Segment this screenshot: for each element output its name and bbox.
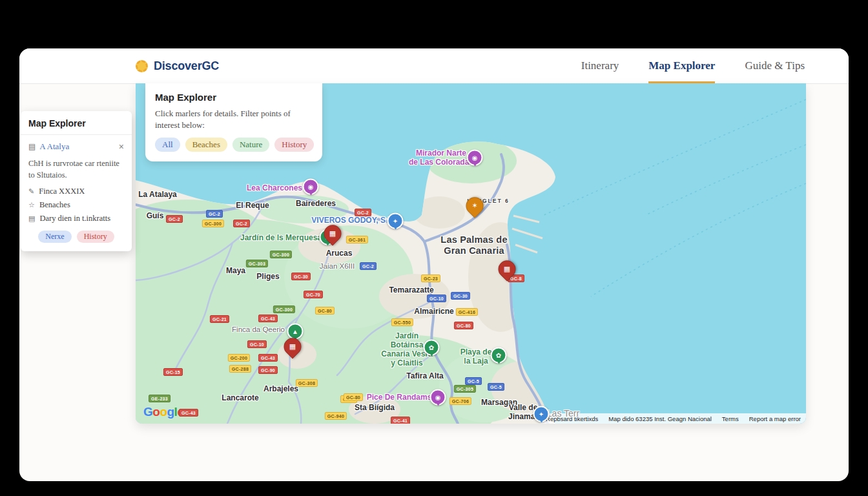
place-details: ✎Finca XXXIX☆Benaches▤Dary dien in t.ink… [28,187,124,223]
place-tags-row: NerxeHistory [28,231,124,243]
beach-marker[interactable]: ✿ [491,347,507,364]
camera-marker[interactable]: ◉ [303,179,319,195]
app-window: DiscoverGC ItineraryMap ExplorerGuide & … [19,48,849,481]
detail-text: Benaches [39,200,70,210]
google-logo-letter: o [160,405,167,418]
map-region[interactable]: Google Repbsard tikertixdsMap dido 63235… [136,83,806,424]
keyboard-shortcuts-button[interactable]: Repbsard tikertixds [541,413,603,424]
place-description: ChH is rurvrotae car rteniite to Sltutai… [28,158,124,181]
attraction-marker[interactable]: ✦ [533,406,550,422]
nav-tab-itinerary[interactable]: Itinerary [581,48,619,83]
info-card-title: Map Explorer [21,111,132,135]
star-icon: ☆ [28,201,35,209]
close-icon[interactable]: × [119,141,124,152]
garden-marker[interactable]: ✿ [424,340,440,356]
filter-chip-beaches[interactable]: Beaches [185,138,227,152]
filter-panel-title: Map Explorer [155,92,313,103]
filter-chip-all[interactable]: All [155,138,180,152]
tag-history: History [77,231,114,243]
filter-chip-nature[interactable]: Nature [232,138,269,152]
tag-nerxe: Nerxe [38,231,71,243]
detail-text: Dary dien in t.inkratts [39,214,110,223]
nav-tab-map-explorer[interactable]: Map Explorer [648,48,715,83]
filter-chip-history[interactable]: History [274,138,314,152]
viewpoint-marker[interactable]: ◉ [430,389,446,406]
nav: ItineraryMap ExplorerGuide & Tips [581,48,805,83]
nature-marker[interactable]: ▲ [287,324,304,340]
map-attribution-bar: Repbsard tikertixdsMap dido 63235 Inst. … [541,413,806,424]
notes-icon: ▤ [28,214,35,223]
map-data-text: Map dido 63235 Inst. Geagn Nacional [603,413,717,424]
camera-marker[interactable]: ◉ [467,150,483,166]
place-link[interactable]: A Atalya [39,141,114,152]
attraction-marker[interactable]: ✦ [388,213,404,229]
google-logo-letter: e [177,405,183,418]
filter-chips-row: AllBeachesNatureHistory [155,138,313,152]
app-logo[interactable]: DiscoverGC [136,48,219,83]
google-logo-letter: o [152,405,160,418]
report-map-error-link[interactable]: Report a map error [744,413,806,424]
google-logo-letter: g [167,405,174,418]
sun-icon [136,60,148,72]
pencil-icon: ✎ [28,187,34,196]
top-navbar: DiscoverGC ItineraryMap ExplorerGuide & … [19,48,849,84]
info-card: Map Explorer ▤ A Atalya × ChH is rurvrot… [21,111,132,251]
terms-link[interactable]: Terms [717,413,744,424]
app-logo-text: DiscoverGC [154,59,219,73]
filter-panel-description: Click marlers for details. Filter points… [155,108,313,130]
google-logo-letter: G [143,405,152,418]
detail-text: Finca XXXIX [39,187,85,196]
detail-row: ✎Finca XXXIX [28,187,124,196]
nav-tab-guide-tips[interactable]: Guide & Tips [745,48,805,83]
detail-row: ☆Benaches [28,200,124,210]
google-logo[interactable]: Google [143,405,183,419]
filter-panel: Map Explorer Click marlers for details. … [145,83,322,161]
detail-row: ▤Dary dien in t.inkratts [28,214,124,223]
list-icon: ▤ [28,142,36,152]
